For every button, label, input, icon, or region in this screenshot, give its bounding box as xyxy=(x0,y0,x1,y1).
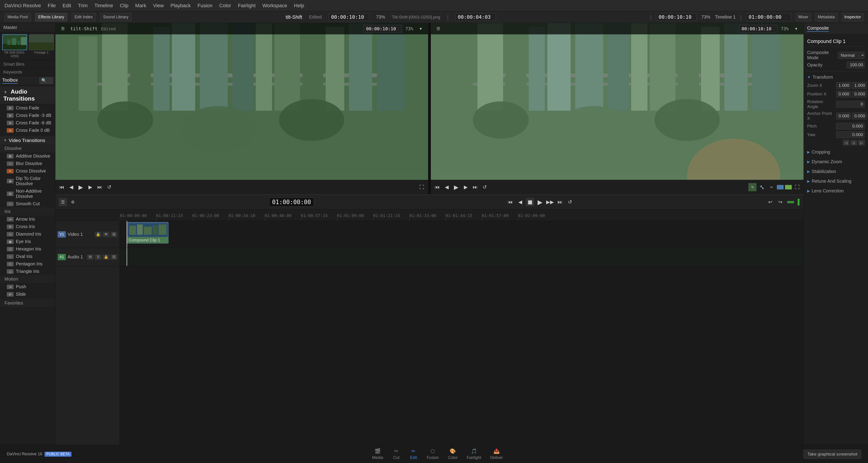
nav-cut[interactable]: ✂ Cut xyxy=(392,448,400,460)
smooth-cut-item[interactable]: ⌁ Smooth Cut xyxy=(0,200,55,207)
video-eye-btn[interactable]: 👁 xyxy=(103,232,110,237)
menu-fairlight[interactable]: Fairlight xyxy=(238,3,255,9)
track-content[interactable]: Compound Clip 1 xyxy=(120,221,804,445)
tl-next-btn[interactable]: ▶▶ xyxy=(546,198,554,206)
hexagon-iris-item[interactable]: ⬡ Hexagon Iris xyxy=(0,245,55,253)
transform-keyframe-btn-3[interactable]: ▷ xyxy=(858,140,865,145)
mixer-btn[interactable]: Mixer xyxy=(796,13,811,21)
left-viewer-menu-btn[interactable]: ☰ xyxy=(59,25,67,33)
timeline-settings-btn[interactable]: ⚙ xyxy=(69,198,77,206)
pentagon-iris-item[interactable]: ⬠ Pentagon Iris xyxy=(0,260,55,268)
right-color-btn[interactable] xyxy=(777,185,784,190)
compound-clip-block[interactable]: Compound Clip 1 xyxy=(127,222,168,243)
left-go-start-btn[interactable]: ⏮ xyxy=(58,183,66,191)
menu-workspace[interactable]: Workspace xyxy=(262,3,287,9)
nav-color[interactable]: 🎨 Color xyxy=(448,448,458,460)
left-fullscreen-btn[interactable]: ⛶ xyxy=(418,183,426,191)
nav-edit[interactable]: ✏ Edit xyxy=(409,448,417,460)
push-item[interactable]: ⇥ Push xyxy=(0,283,55,291)
sound-library-btn[interactable]: Sound Library xyxy=(100,13,131,21)
video-lock-btn[interactable]: 🔒 xyxy=(95,232,101,237)
right-tool-2-btn[interactable]: 🔧 xyxy=(758,183,766,191)
media-pool-toggle-btn[interactable]: Media Pool xyxy=(4,13,31,21)
tl-go-start-btn[interactable]: ⏮ xyxy=(506,198,514,206)
left-go-end-btn[interactable]: ⏭ xyxy=(96,183,104,191)
right-tool-1-btn[interactable]: ✎ xyxy=(748,183,756,191)
menu-davinci[interactable]: DaVinci Resolve xyxy=(4,3,41,9)
menu-fusion[interactable]: Fusion xyxy=(197,3,212,9)
cross-fade-3db-item[interactable]: ≋ Cross Fade -3 dB xyxy=(0,112,55,119)
triangle-iris-item[interactable]: △ Triangle Iris xyxy=(0,268,55,275)
menu-mark[interactable]: Mark xyxy=(135,3,146,9)
timeline-timecode[interactable] xyxy=(656,13,697,21)
dynamic-zoom-header[interactable]: ▶ Dynamic Zoom xyxy=(806,158,866,166)
slide-item[interactable]: ⇄ Slide xyxy=(0,291,55,298)
thumbnail-0[interactable] xyxy=(2,34,27,50)
menu-view[interactable]: View xyxy=(153,3,164,9)
tl-redo-btn[interactable]: ↪ xyxy=(776,198,784,206)
right-fullscreen-btn[interactable]: ⛶ xyxy=(793,183,801,191)
timeline-current-timecode[interactable]: 01:00:00:00 xyxy=(269,198,314,207)
menu-color[interactable]: Color xyxy=(219,3,231,9)
right-color-2-btn[interactable] xyxy=(785,185,792,190)
transform-header[interactable]: ▼ Transform xyxy=(806,73,866,81)
audio-mute-btn[interactable]: M xyxy=(87,254,94,260)
left-zoom-dropdown[interactable]: ▾ xyxy=(416,25,425,33)
metadata-btn[interactable]: Metadata xyxy=(815,13,837,21)
opacity-input[interactable] xyxy=(846,62,865,68)
blend-mode-select[interactable]: Normal Add Multiply xyxy=(838,52,865,59)
left-timecode-input[interactable] xyxy=(364,25,402,33)
source-timecode-input[interactable] xyxy=(329,13,369,21)
effects-library-btn[interactable]: Effects Library xyxy=(35,13,67,21)
right-go-start-btn[interactable]: ⏮ xyxy=(433,183,441,191)
anchor-x-input[interactable] xyxy=(836,112,851,119)
duration-display[interactable] xyxy=(455,13,496,21)
audio-link-btn[interactable]: ⛓ xyxy=(111,254,117,260)
keywords[interactable]: Keywords xyxy=(0,68,55,76)
nav-fairlight[interactable]: 🎵 Fairlight xyxy=(467,448,481,460)
tl-undo-btn[interactable]: ↩ xyxy=(766,198,774,206)
cross-iris-item[interactable]: ✛ Cross Iris xyxy=(0,223,55,230)
audio-transitions-header[interactable]: ▼ Audio Transitions xyxy=(0,86,55,104)
cross-fade-item[interactable]: ≋ Cross Fade xyxy=(0,104,55,112)
toolbox-search[interactable] xyxy=(39,77,53,84)
menu-help[interactable]: Help xyxy=(294,3,304,9)
oval-iris-item[interactable]: ○ Oval Iris xyxy=(0,253,55,260)
transform-keyframe-btn-2[interactable]: ◇ xyxy=(850,140,857,145)
video-link-btn[interactable]: ⛓ xyxy=(111,232,117,237)
non-additive-dissolve-item[interactable]: ⊟ Non-Additive Dissolve xyxy=(0,188,55,200)
menu-playback[interactable]: Playback xyxy=(170,3,191,9)
tl-prev-btn[interactable]: ◀ xyxy=(516,198,524,206)
inspector-btn[interactable]: Inspector xyxy=(842,13,864,21)
right-prev-frame-btn[interactable]: ◀ xyxy=(443,183,451,191)
additive-dissolve-item[interactable]: ⊞ Additive Dissolve xyxy=(0,153,55,160)
favorites-header[interactable]: Favorites xyxy=(0,299,55,307)
menu-clip[interactable]: Clip xyxy=(120,3,128,9)
right-tool-3-btn[interactable]: ✂ xyxy=(767,183,775,191)
left-play-btn[interactable]: ▶ xyxy=(77,183,85,191)
zoom-x-input[interactable] xyxy=(836,82,851,89)
tl-go-end-btn[interactable]: ⏭ xyxy=(556,198,564,206)
nav-deliver[interactable]: 📤 Deliver xyxy=(490,448,503,460)
dissolve-sub-header[interactable]: Dissolve xyxy=(0,144,55,153)
position-x-input[interactable] xyxy=(836,91,851,97)
cross-dissolve-item[interactable]: ✕ Cross Dissolve xyxy=(0,167,55,175)
nav-fusion[interactable]: ⬡ Fusion xyxy=(427,448,439,460)
tl-loop-btn[interactable]: ↺ xyxy=(566,198,574,206)
menu-trim[interactable]: Trim xyxy=(78,3,88,9)
audio-solo-btn[interactable]: S xyxy=(95,254,101,260)
transform-keyframe-btn-1[interactable]: ◁ xyxy=(843,140,849,145)
right-zoom-dropdown[interactable]: ▾ xyxy=(792,25,800,33)
record-timecode[interactable] xyxy=(746,13,791,21)
right-timecode-input[interactable] xyxy=(739,25,778,33)
right-go-end-btn[interactable]: ⏭ xyxy=(471,183,479,191)
cross-fade-6db-item[interactable]: ≋ Cross Fade -6 dB xyxy=(0,119,55,127)
viewer-split-handle[interactable] xyxy=(428,23,431,194)
left-next-frame-btn[interactable]: ▶ xyxy=(86,183,94,191)
yaw-input[interactable] xyxy=(836,131,865,138)
menu-edit[interactable]: Edit xyxy=(62,3,71,9)
nav-media[interactable]: 🎬 Media xyxy=(372,448,383,460)
iris-sub-header[interactable]: Iris xyxy=(0,207,55,216)
pitch-input[interactable] xyxy=(836,123,865,130)
cross-fade-0db-item[interactable]: ≋ Cross Fade 0 dB xyxy=(0,127,55,134)
